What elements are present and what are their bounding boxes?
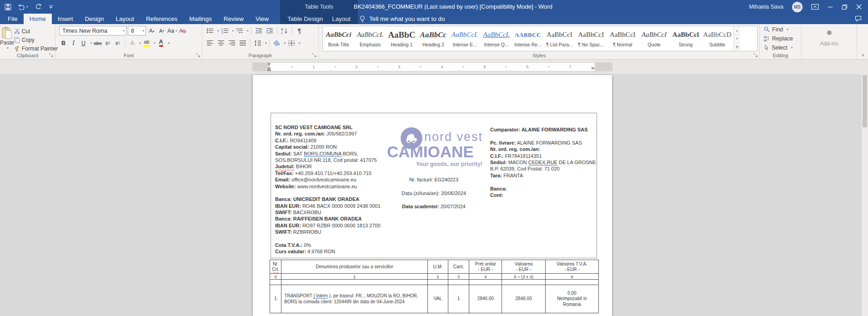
styles-dialog-launcher-icon[interactable]	[753, 53, 758, 57]
ribbon-display-options-icon[interactable]	[811, 3, 819, 10]
comments-icon[interactable]	[855, 15, 862, 22]
multilevel-list-button[interactable]	[235, 26, 245, 35]
clipboard-dialog-launcher-icon[interactable]	[49, 53, 53, 57]
find-button[interactable]: Find ▾	[764, 25, 801, 33]
scrollbar-thumb[interactable]	[863, 75, 867, 127]
text-effects-button[interactable]: A	[128, 38, 137, 48]
shrink-font-button[interactable]: A▾	[157, 26, 166, 35]
find-dropdown-icon[interactable]: ▾	[787, 28, 788, 31]
justify-button[interactable]	[238, 38, 248, 48]
borders-button[interactable]	[286, 38, 296, 48]
font-dialog-launcher-icon[interactable]	[196, 53, 200, 57]
undo-icon[interactable]: ▾	[18, 4, 28, 10]
align-right-button[interactable]	[227, 38, 237, 48]
style-heading-1[interactable]: AaBbCHeading 1	[386, 26, 417, 51]
sort-button[interactable]: AZ	[280, 26, 290, 35]
style-intense-re[interactable]: AABBCCIntense Re...	[512, 26, 543, 51]
contextual-tab-table-design[interactable]: Table Design	[283, 14, 327, 24]
change-case-button[interactable]: Aa▾	[167, 26, 177, 35]
contextual-tab-layout[interactable]: Layout	[327, 14, 355, 24]
vertical-scrollbar[interactable]	[862, 74, 868, 316]
subscript-button[interactable]: x2	[104, 38, 112, 48]
style-subtitle[interactable]: AaBbCcDSubtitle	[702, 26, 733, 51]
bullets-button[interactable]	[205, 26, 215, 35]
multilevel-dropdown-icon[interactable]: ▾	[247, 29, 249, 33]
style-emphasis[interactable]: AaBbCcLEmphasis	[354, 26, 386, 51]
tab-design[interactable]: Design	[79, 14, 110, 24]
tab-review[interactable]: Review	[218, 14, 250, 24]
numbering-dropdown-icon[interactable]: ▾	[232, 29, 234, 33]
style-list-para[interactable]: AaBbCcI¶ List Para...	[544, 26, 575, 51]
style-no-spac[interactable]: AaBbCcI¶ No Spac...	[575, 26, 607, 51]
tab-mailings[interactable]: Mailings	[183, 14, 218, 24]
font-color-button[interactable]: A	[157, 38, 166, 48]
style-heading-2[interactable]: AaBbCcHeading 2	[417, 26, 449, 51]
style-quote[interactable]: AaBbCcIQuote	[638, 26, 670, 51]
tab-home[interactable]: Home	[24, 14, 52, 24]
redo-icon[interactable]	[35, 4, 42, 10]
format-painter-button[interactable]: Format Painter	[14, 45, 58, 52]
text-effects-dropdown-icon[interactable]: ▾	[140, 41, 141, 45]
gallery-scroll-up-icon[interactable]: ▴	[734, 26, 740, 35]
tab-view[interactable]: View	[250, 14, 275, 24]
gallery-more-icon[interactable]: ▾	[734, 43, 740, 51]
style-intense-q[interactable]: AaBbCcLIntense Q...	[481, 26, 512, 51]
line-spacing-dropdown-icon[interactable]: ▾	[265, 41, 267, 45]
shading-dropdown-icon[interactable]: ▾	[284, 41, 286, 45]
first-line-indent-marker[interactable]	[267, 63, 271, 65]
left-indent-marker[interactable]	[267, 70, 271, 71]
underline-button[interactable]: U	[79, 38, 88, 48]
font-color-dropdown-icon[interactable]: ▾	[168, 41, 170, 45]
clear-formatting-button[interactable]: A	[179, 26, 187, 35]
replace-button[interactable]: abac Replace	[764, 35, 801, 42]
superscript-button[interactable]: x2	[114, 38, 122, 48]
strikethrough-button[interactable]: abc	[94, 38, 102, 48]
decrease-indent-button[interactable]	[254, 26, 264, 35]
document-page[interactable]: SC NORD VEST CAMIOANE SRLNr. ord. reg. c…	[253, 75, 612, 316]
underline-dropdown-icon[interactable]: ▾	[90, 41, 92, 45]
highlight-dropdown-icon[interactable]: ▾	[154, 41, 156, 45]
customize-qat-icon[interactable]	[49, 5, 53, 9]
italic-button[interactable]: I	[69, 38, 78, 48]
style-strong[interactable]: AaBbCclStrong	[670, 26, 701, 51]
save-icon[interactable]	[5, 4, 11, 10]
highlight-button[interactable]: ab	[142, 38, 151, 48]
tell-me-box[interactable]: Tell me what you want to do	[359, 14, 445, 24]
align-center-button[interactable]	[216, 38, 226, 48]
numbering-button[interactable]: 123	[220, 26, 230, 35]
collapse-ribbon-icon[interactable]: ∧	[861, 53, 864, 57]
minimize-button[interactable]	[828, 4, 833, 10]
paste-dropdown-icon[interactable]: ▾	[7, 46, 9, 50]
style-book-title[interactable]: AaBbCciBook Title	[323, 26, 354, 51]
avatar[interactable]: MS	[792, 2, 803, 12]
bullets-dropdown-icon[interactable]: ▾	[217, 29, 219, 33]
tab-layout[interactable]: Layout	[110, 14, 140, 24]
gallery-scroll-down-icon[interactable]: ▾	[734, 35, 740, 43]
show-formatting-marks-button[interactable]: ¶	[295, 26, 305, 35]
grow-font-button[interactable]: A▴	[147, 26, 156, 35]
select-button[interactable]: Select ▾	[764, 44, 801, 51]
font-size-select[interactable]: 8▾	[128, 26, 146, 35]
paragraph-dialog-launcher-icon[interactable]	[312, 53, 316, 57]
tab-file[interactable]: File	[2, 14, 24, 24]
undo-dropdown-icon[interactable]: ▾	[26, 5, 28, 9]
user-name[interactable]: Mihaela Sava	[749, 4, 783, 10]
align-left-button[interactable]	[205, 38, 215, 48]
tab-insert[interactable]: Insert	[52, 14, 79, 24]
restore-button[interactable]	[842, 4, 848, 10]
line-spacing-button[interactable]	[253, 38, 263, 48]
hanging-indent-marker[interactable]	[267, 67, 271, 69]
style-intense-e[interactable]: AaBbCcLIntense E...	[449, 26, 481, 51]
bold-button[interactable]: B	[59, 38, 68, 48]
cut-button[interactable]: Cut	[14, 28, 58, 35]
horizontal-ruler[interactable]: 1234567	[253, 63, 612, 71]
paste-button[interactable]: Paste ▾	[0, 25, 14, 52]
close-button[interactable]	[856, 4, 862, 10]
tab-references[interactable]: References	[140, 14, 183, 24]
increase-indent-button[interactable]	[265, 26, 275, 35]
select-dropdown-icon[interactable]: ▾	[791, 46, 793, 50]
borders-dropdown-icon[interactable]: ▾	[299, 41, 301, 45]
style-normal[interactable]: AaBbCcI¶ Normal	[607, 26, 638, 51]
addins-button[interactable]: Add-ins	[802, 24, 857, 47]
copy-button[interactable]: Copy	[14, 36, 58, 43]
